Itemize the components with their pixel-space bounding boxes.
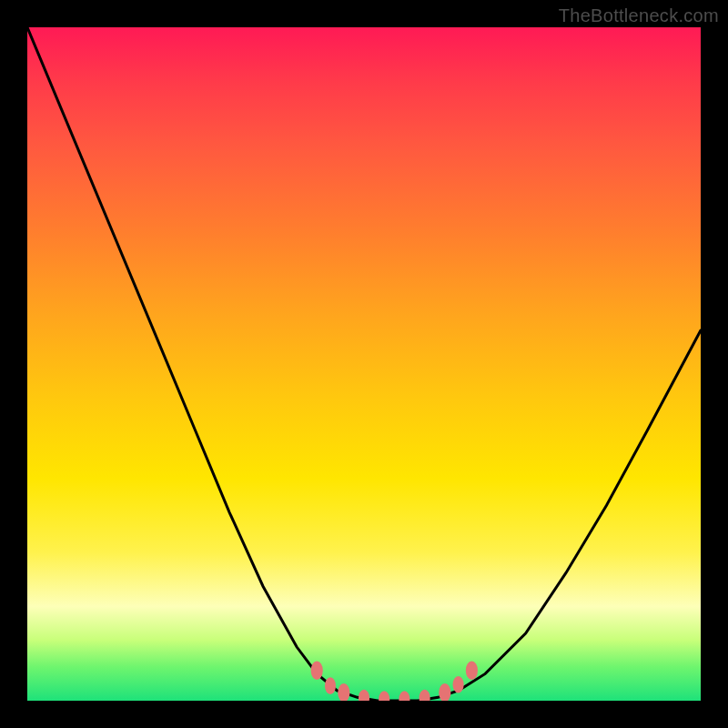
- marker-dot: [359, 690, 369, 701]
- marker-dot: [379, 691, 389, 701]
- markers: [311, 662, 478, 702]
- marker-dot: [420, 690, 430, 701]
- marker-dot: [325, 677, 336, 694]
- bottleneck-curve: [27, 27, 701, 701]
- marker-dot: [311, 662, 323, 680]
- marker-dot: [466, 662, 478, 680]
- marker-dot: [399, 691, 410, 701]
- curve-svg: [27, 27, 701, 701]
- plot-area: [27, 27, 701, 701]
- marker-dot: [439, 683, 450, 701]
- chart-frame: TheBottleneck.com: [0, 0, 728, 728]
- marker-dot: [453, 676, 464, 693]
- marker-dot: [338, 683, 349, 701]
- watermark-label: TheBottleneck.com: [559, 5, 719, 26]
